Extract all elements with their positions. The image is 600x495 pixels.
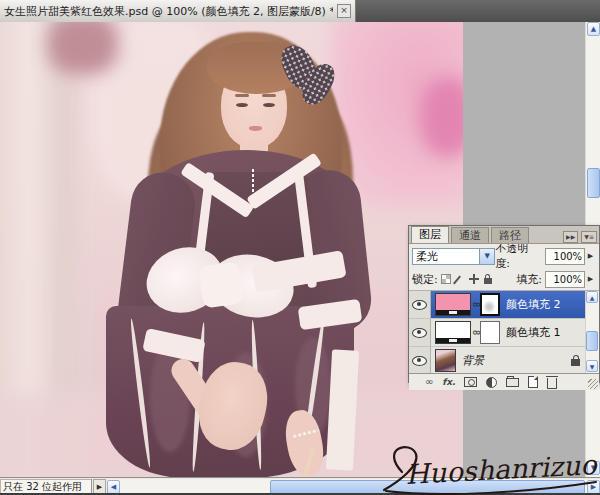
document-tab[interactable]: 女生照片甜美紫红色效果.psd @ 100% (颜色填充 2, 图层蒙版/8) … xyxy=(0,0,356,22)
new-layer-icon[interactable] xyxy=(528,376,538,388)
photo-eyebrow xyxy=(262,94,276,97)
panel-tab-bar: 图层 通道 路径 ▶▶ ▼≡ xyxy=(409,226,599,244)
background-layer-thumbnail[interactable] xyxy=(435,349,456,372)
photo-canvas[interactable] xyxy=(0,22,463,477)
fill-slider-knob xyxy=(449,339,457,342)
photo-eye xyxy=(236,103,248,107)
blend-mode-row: 柔光 ▼ 不透明度: 100% ▶ xyxy=(409,244,599,268)
fill-spinner-icon[interactable]: ▶ xyxy=(585,272,596,287)
opacity-label: 不透明度: xyxy=(495,241,542,271)
layer-row-color-fill-2[interactable]: 8 颜色填充 2 xyxy=(409,291,599,319)
layer-mask-thumbnail[interactable] xyxy=(480,321,500,344)
visibility-toggle[interactable] xyxy=(409,347,431,373)
blend-mode-value: 柔光 xyxy=(413,249,479,264)
panel-collapse-icon[interactable]: ▶▶ xyxy=(563,231,578,243)
panel-resize-grip[interactable] xyxy=(588,379,598,389)
layers-panel: 图层 通道 路径 ▶▶ ▼≡ 柔光 ▼ 不透明度: 100% ▶ 锁定: xyxy=(408,225,600,383)
scroll-down-icon[interactable]: ▼ xyxy=(586,360,598,372)
layer-name: 颜色填充 2 xyxy=(506,297,561,312)
chevron-down-icon[interactable]: ▼ xyxy=(479,249,494,264)
photo-waist-bow-knot xyxy=(198,261,243,308)
lock-transparency-icon[interactable] xyxy=(441,274,451,284)
add-mask-icon[interactable] xyxy=(464,377,477,387)
eye-icon xyxy=(412,300,427,310)
layer-list: 8 颜色填充 2 8 颜色填充 1 背景 xyxy=(409,290,599,373)
document-title: 女生照片甜美紫红色效果.psd @ 100% (颜色填充 2, 图层蒙版/8) … xyxy=(4,4,333,19)
visibility-toggle[interactable] xyxy=(409,291,431,318)
blend-mode-select[interactable]: 柔光 ▼ xyxy=(412,248,495,265)
layer-lock-icon xyxy=(571,355,581,366)
tab-paths[interactable]: 路径 xyxy=(491,227,529,243)
lock-label: 锁定: xyxy=(412,272,438,287)
photo-eye xyxy=(263,103,275,107)
fill-input[interactable]: 100% xyxy=(545,271,585,288)
panel-menu-icon[interactable]: ▼≡ xyxy=(581,231,597,243)
mask-link-icon[interactable]: 8 xyxy=(471,330,480,335)
lock-row: 锁定: 填充: 100% ▶ xyxy=(409,268,599,290)
scroll-up-icon[interactable]: ▲ xyxy=(587,22,600,36)
title-bar: 女生照片甜美紫红色效果.psd @ 100% (颜色填充 2, 图层蒙版/8) … xyxy=(0,0,600,22)
layer-style-icon[interactable]: fx. xyxy=(442,377,455,387)
scroll-down-icon[interactable]: ▼ xyxy=(587,461,600,475)
mask-link-icon[interactable]: 8 xyxy=(471,302,480,307)
panel-scrollbar[interactable]: ▲ ▼ xyxy=(585,291,599,373)
lock-pixels-icon[interactable] xyxy=(455,274,465,284)
layer-mask-thumbnail[interactable] xyxy=(480,293,500,316)
panel-scrollbar-thumb[interactable] xyxy=(586,331,598,351)
tab-channels[interactable]: 通道 xyxy=(451,227,489,243)
delete-layer-icon[interactable] xyxy=(547,378,557,389)
visibility-toggle[interactable] xyxy=(409,319,431,346)
photo-eyebrow xyxy=(235,94,249,97)
panel-footer: ∞ fx. xyxy=(409,373,599,390)
photo-mouth xyxy=(249,126,262,131)
photo-necklace xyxy=(251,168,255,192)
eye-icon xyxy=(412,328,427,338)
workspace: Huoshanrizuo ▲ ▼ 图层 通道 路径 ▶▶ ▼≡ xyxy=(0,22,600,477)
fill-slider-knob xyxy=(449,311,457,314)
opacity-spinner-icon[interactable]: ▶ xyxy=(585,249,596,264)
tab-layers[interactable]: 图层 xyxy=(411,226,449,243)
scroll-left-icon[interactable]: ◀ xyxy=(107,480,120,494)
photo-bg-magenta xyxy=(420,77,463,157)
horizontal-scrollbar-thumb[interactable] xyxy=(270,480,585,494)
fill-layer-thumbnail[interactable] xyxy=(435,321,471,344)
photoshop-window: 女生照片甜美紫红色效果.psd @ 100% (颜色填充 2, 图层蒙版/8) … xyxy=(0,0,600,495)
adjustment-layer-icon[interactable] xyxy=(486,377,497,388)
fill-layer-thumbnail[interactable] xyxy=(435,293,471,316)
lock-all-icon[interactable] xyxy=(483,274,493,284)
close-icon[interactable]: × xyxy=(337,4,351,18)
scroll-up-icon[interactable]: ▲ xyxy=(586,291,598,303)
layer-row-color-fill-1[interactable]: 8 颜色填充 1 xyxy=(409,319,599,347)
link-layers-icon[interactable]: ∞ xyxy=(425,377,433,387)
layer-name: 背景 xyxy=(462,353,484,368)
fill-label: 填充: xyxy=(516,272,542,287)
eye-icon xyxy=(412,356,427,366)
photo-bg-blob xyxy=(48,22,118,74)
layer-row-background[interactable]: 背景 xyxy=(409,347,599,373)
layer-name: 颜色填充 1 xyxy=(506,325,561,340)
scroll-right-icon[interactable]: ▶ xyxy=(587,480,600,494)
lock-position-icon[interactable] xyxy=(469,274,479,284)
opacity-input[interactable]: 100% xyxy=(545,248,585,265)
new-group-icon[interactable] xyxy=(506,378,519,387)
vertical-scrollbar-thumb[interactable] xyxy=(587,168,600,198)
